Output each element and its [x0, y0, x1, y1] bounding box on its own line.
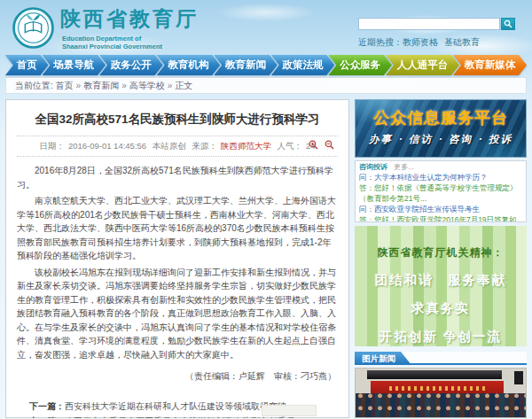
content-area: 全国32所高校571名民族预科生到陕师大进行预科学习 日期：2016-09-01…: [5, 99, 527, 418]
meta-source-label: 来源：: [192, 141, 217, 151]
qa-item[interactable]: 问：大学本科结业生认定为何种学历？: [359, 172, 522, 182]
breadcrumb-link[interactable]: 高等学校: [129, 81, 165, 90]
search-button[interactable]: [501, 18, 515, 30]
article-paragraph: 该校副校长冯旭东在报到现场详细询问了迎新工作安排和新生报到情况，并与新生及家长亲…: [17, 266, 338, 362]
main-nav: 首页 场景导航 政务公开 教育机构 教育新闻 政策法规 公众服务 人人通平台 教…: [5, 55, 527, 75]
photo-people-row: [356, 393, 526, 417]
spirit-banner-line: 团结和谐 服务奉献: [355, 272, 527, 289]
qa-item[interactable]: 答：您好！依据《普通高等学校学生管理规定》（教育部令第21号...: [359, 182, 522, 204]
breadcrumb-separator: »: [76, 81, 82, 90]
spirit-banner-lines: 团结和谐 服务奉献求真务实开拓创新 争创一流: [355, 272, 527, 345]
prev-article-link[interactable]: 农工党交大委员会召开委员会会议增补刘青光为副主任委员: [65, 416, 295, 418]
breadcrumb-link[interactable]: 正文: [175, 81, 192, 90]
search-area: 近期热搜：教师资格基础教育: [358, 18, 527, 49]
spirit-banner-line: 求真务实: [355, 300, 527, 317]
article-body: 2016年8月28日，全国32所高校571名民族预科生到陕西师范大学进行预科学习…: [17, 164, 338, 361]
service-banner-title: 公众信息服务平台: [356, 100, 526, 128]
hot-search: 近期热搜：教师资格基础教育: [358, 36, 527, 49]
meta-date-label: 日期：: [39, 141, 65, 151]
editor-note: （责任编辑：卢延辉 审核：刁巧燕）: [17, 370, 336, 383]
site-title: 陕西省教育厅: [60, 5, 199, 33]
meta-source[interactable]: 陕西师范大学: [221, 141, 271, 151]
sidebar: 公众信息服务平台 办事 · 信访 · 咨询 · 投诉 咨询投诉 更多... 问：…: [355, 99, 527, 418]
public-service-banner[interactable]: 公众信息服务平台 办事 · 信访 · 咨询 · 投诉: [355, 99, 527, 158]
qa-list: 问：大学本科结业生认定为何种学历？答：您好！依据《普通高等学校学生管理规定》（教…: [359, 172, 522, 222]
qa-header-title: 咨询投诉: [359, 163, 387, 171]
breadcrumb-link[interactable]: 教育新闻: [83, 81, 119, 90]
breadcrumb: 当前位置: 首页»教育新闻»高等学校»正文: [5, 77, 527, 94]
breadcrumb-separator: »: [168, 81, 173, 90]
page: 陕西省教育厅 Education Department of Shaanxi P…: [5, 0, 527, 418]
font-zoom-controls: [305, 140, 334, 151]
article-paragraph: 南京航空航天大学、西北工业大学、武汉理工大学、兰州大学、上海外国语大学等16所高…: [17, 194, 338, 263]
nav-tab[interactable]: 教育机构: [157, 55, 221, 75]
qa-header: 咨询投诉 更多...: [359, 163, 522, 172]
qa-item[interactable]: 答：您好！西安欧亚学院2016年7月19日答复如下：: [359, 214, 522, 222]
hot-search-term[interactable]: 基础教育: [444, 37, 480, 47]
breadcrumb-link[interactable]: 首页: [56, 81, 74, 90]
zoom-out-icon[interactable]: [325, 140, 334, 150]
article-panel: 全国32所高校571名民族预科生到陕师大进行预科学习 日期：2016-09-01…: [5, 99, 349, 418]
spirit-banner-line: 开拓创新 争创一流: [355, 329, 527, 345]
breadcrumb-items: 首页»教育新闻»高等学校»正文: [56, 81, 199, 90]
nav-tab[interactable]: 教育新媒体: [453, 55, 527, 75]
nav-tab[interactable]: 政务公开: [99, 55, 163, 75]
article-meta: 日期：2016-09-01 14:45:56 本站原创 来源：陕西师范大学 人气…: [17, 136, 338, 157]
photo-news-header: 图片新闻: [355, 352, 527, 365]
partial-footer-element: [262, 405, 317, 416]
meta-origin: 本站原创: [153, 141, 186, 151]
nav-tab[interactable]: 教育新闻: [214, 55, 278, 75]
spirit-banner: 陕西省教育厅机关精神： 团结和谐 服务奉献求真务实开拓创新 争创一流: [355, 226, 527, 346]
service-banner-subtitle: 办事 · 信访 · 咨询 · 投诉: [356, 133, 526, 146]
photo-stage-top: [367, 370, 502, 379]
brand-block: 陕西省教育厅 Education Department of Shaanxi P…: [60, 5, 199, 50]
qa-more-link[interactable]: 更多...: [394, 163, 414, 171]
next-article-link[interactable]: 西安科技大学近期在科研和人才队伍建设等领域取得突破: [65, 401, 286, 411]
nav-tab[interactable]: 公众服务: [328, 55, 392, 75]
hot-search-label: 近期热搜：: [358, 37, 403, 47]
qa-item[interactable]: 问：西安欧亚学院招生宣传误导考生: [359, 204, 522, 214]
site-subtitle: Education Department of Shaanxi Provinci…: [62, 35, 199, 50]
zoom-in-icon[interactable]: [309, 140, 318, 150]
photo-news-section: 图片新闻: [355, 352, 527, 418]
nav-tab[interactable]: 人人通平台: [386, 55, 459, 75]
site-logo-icon: [12, 7, 54, 49]
hot-search-term[interactable]: 教师资格: [403, 37, 438, 47]
photo-news-image[interactable]: [355, 368, 527, 418]
breadcrumb-label: 当前位置:: [15, 81, 53, 90]
nav-tab[interactable]: 政策法规: [271, 55, 335, 75]
next-label: 下一篇：: [29, 401, 65, 411]
breadcrumb-separator: »: [121, 81, 127, 90]
site-header: 陕西省教育厅 Education Department of Shaanxi P…: [5, 0, 527, 53]
meta-views-label: 人气：: [278, 141, 303, 151]
article-title: 全国32所高校571名民族预科生到陕师大进行预科学习: [17, 112, 338, 136]
spirit-banner-title: 陕西省教育厅机关精神：: [355, 226, 527, 260]
magnifier-icon: [504, 19, 512, 28]
qa-box: 咨询投诉 更多... 问：大学本科结业生认定为何种学历？答：您好！依据《普通高等…: [355, 160, 527, 222]
hot-search-terms: 教师资格基础教育: [403, 37, 486, 47]
nav-tab[interactable]: 场景导航: [43, 55, 106, 75]
photo-news-tab[interactable]: 图片新闻: [355, 352, 411, 365]
meta-date: 2016-09-01 14:45:56: [68, 141, 146, 151]
article-paragraph: 2016年8月28日，全国32所高校571名民族预科生到陕西师范大学进行预科学习…: [17, 164, 338, 191]
nav-tab[interactable]: 首页: [5, 55, 49, 75]
photo-speaker-box: [514, 371, 523, 384]
search-input[interactable]: [358, 18, 500, 30]
prev-label: 上一篇：: [29, 416, 65, 418]
